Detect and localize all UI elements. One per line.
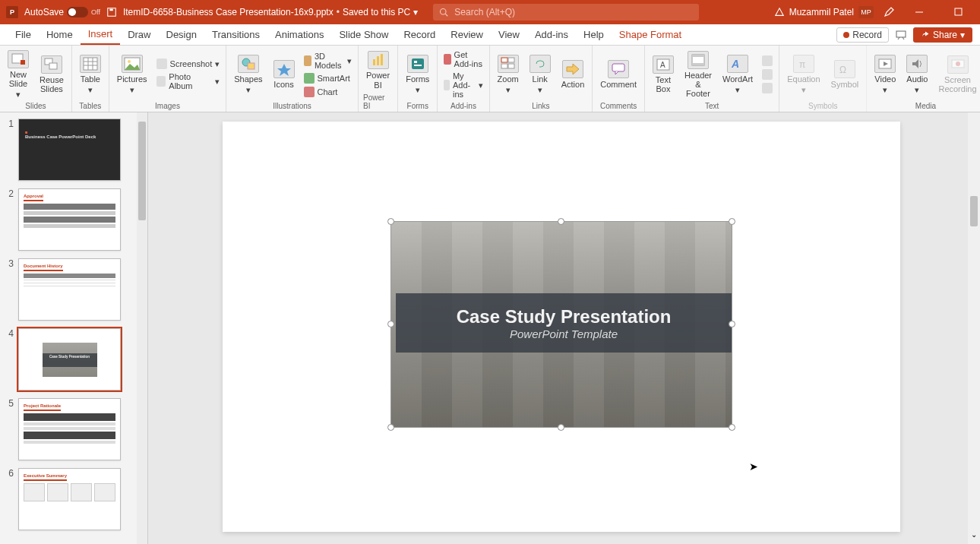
user-account[interactable]: Muzammil Patel MP [774, 6, 874, 18]
scrollbar-handle[interactable] [138, 122, 146, 220]
resize-handle[interactable] [729, 218, 735, 225]
ribbon-group-slides: New Slide▾ Reuse Slides Slides [0, 46, 72, 112]
svg-rect-25 [412, 59, 424, 69]
table-button[interactable]: Table▾ [77, 53, 104, 96]
screen-recording-button[interactable]: Screen Recording [935, 54, 979, 95]
slide-thumbnail[interactable]: 3 Document History [0, 252, 147, 322]
slide-thumbnail[interactable]: 2 Approval [0, 182, 147, 252]
equation-icon: π [793, 55, 814, 73]
tab-record[interactable]: Record [396, 24, 443, 45]
link-button[interactable]: Link▾ [526, 53, 554, 96]
maximize-button[interactable] [944, 0, 974, 24]
pictures-button[interactable]: Pictures▾ [114, 53, 150, 96]
tab-file[interactable]: File [8, 24, 39, 45]
textbox-button[interactable]: AText Box [650, 54, 677, 95]
date-time-button[interactable] [760, 55, 774, 67]
shapes-icon [238, 55, 259, 73]
slide-canvas[interactable]: Case Study Presentation PowerPoint Templ… [148, 112, 980, 544]
tab-draw[interactable]: Draw [120, 24, 158, 45]
svg-rect-1 [109, 9, 112, 11]
wordart-button[interactable]: AWordArt▾ [719, 53, 756, 96]
forms-button[interactable]: Forms▾ [403, 53, 432, 96]
zoom-button[interactable]: Zoom▾ [495, 53, 522, 96]
symbol-button[interactable]: ΩSymbol [828, 59, 862, 90]
tab-view[interactable]: View [491, 24, 527, 45]
selected-image-object[interactable]: Case Study Presentation PowerPoint Templ… [391, 222, 732, 427]
smartart-button[interactable]: SmartArt [302, 72, 353, 84]
canvas-scrollbar[interactable]: ⌄ [968, 112, 980, 544]
svg-rect-32 [612, 64, 624, 71]
resize-handle[interactable] [729, 424, 735, 431]
toggle-switch[interactable] [67, 7, 88, 17]
slide[interactable]: Case Study Presentation PowerPoint Templ… [223, 122, 900, 532]
reuse-slides-button[interactable]: Reuse Slides [36, 54, 67, 95]
tab-home[interactable]: Home [39, 24, 81, 45]
video-icon [874, 55, 896, 73]
video-button[interactable]: Video▾ [871, 53, 899, 96]
header-footer-button[interactable]: Header & Footer [681, 49, 715, 100]
chart-button[interactable]: Chart [302, 86, 353, 98]
link-icon [530, 55, 551, 73]
chart-icon [304, 87, 315, 97]
icons-button[interactable]: Icons [270, 59, 298, 90]
filename[interactable]: ItemID-6658-Business Case Presentation-1… [123, 7, 418, 17]
slide-thumbnail[interactable]: 1 ■Business Case PowerPoint Deck [0, 112, 147, 182]
slide-thumbnail[interactable]: 5 Project Rationale [0, 392, 147, 462]
resize-handle[interactable] [558, 218, 564, 225]
image-caption-band: Case Study Presentation PowerPoint Templ… [396, 293, 732, 353]
svg-text:A: A [731, 58, 739, 70]
slide-thumbnails-panel: 1 ■Business Case PowerPoint Deck 2 Appro… [0, 112, 148, 544]
number-icon [762, 69, 773, 80]
svg-rect-26 [414, 61, 417, 63]
tab-animations[interactable]: Animations [267, 24, 331, 45]
search-input[interactable]: Search (Alt+Q) [433, 4, 699, 21]
audio-button[interactable]: Audio▾ [903, 53, 931, 96]
comment-button[interactable]: Comment [597, 59, 640, 90]
present-icon[interactable] [895, 29, 907, 41]
3d-models-button[interactable]: 3D Models▾ [302, 51, 353, 71]
tab-addins[interactable]: Add-ins [527, 24, 576, 45]
svg-rect-36 [692, 55, 704, 57]
shapes-button[interactable]: Shapes▾ [231, 53, 265, 96]
record-button[interactable]: Record [836, 27, 889, 43]
scroll-down-icon[interactable]: ⌄ [968, 530, 980, 542]
my-addins-button[interactable]: My Add-ins▾ [442, 71, 484, 100]
autosave-toggle[interactable]: AutoSave Off [24, 7, 100, 17]
object-button[interactable] [760, 82, 774, 94]
tab-review[interactable]: Review [443, 24, 491, 45]
ribbon-group-images: Pictures▾ Screenshot▾ Photo Album▾ Image… [109, 46, 226, 112]
screenshot-button[interactable]: Screenshot▾ [155, 58, 222, 70]
get-addins-button[interactable]: Get Add-ins [442, 49, 484, 69]
ribbon-group-links: Zoom▾ Link▾ Action Links [490, 46, 593, 112]
autosave-state: Off [91, 8, 100, 16]
save-icon[interactable] [106, 7, 117, 17]
photo-album-button[interactable]: Photo Album▾ [155, 71, 222, 91]
minimize-button[interactable] [904, 0, 934, 24]
svg-rect-37 [692, 63, 704, 65]
slide-number-button[interactable] [760, 68, 774, 81]
powerbi-button[interactable]: Power BI [363, 49, 393, 90]
resize-handle[interactable] [558, 424, 564, 431]
tab-help[interactable]: Help [576, 24, 612, 45]
thumbnails-scrollbar[interactable] [137, 112, 147, 544]
resize-handle[interactable] [387, 218, 394, 225]
tab-transitions[interactable]: Transitions [204, 24, 267, 45]
resize-handle[interactable] [387, 321, 394, 327]
tab-slide-show[interactable]: Slide Show [331, 24, 396, 45]
reuse-slides-icon [41, 55, 62, 74]
tab-design[interactable]: Design [159, 24, 204, 45]
slide-thumbnail[interactable]: 6 Executive Summary [0, 462, 147, 532]
tab-shape-format[interactable]: Shape Format [612, 24, 689, 45]
ribbon-group-illustrations: Shapes▾ Icons 3D Models▾ SmartArt Chart … [226, 46, 359, 112]
resize-handle[interactable] [387, 424, 394, 431]
pen-icon[interactable] [883, 6, 895, 18]
share-button[interactable]: Share▾ [913, 27, 972, 43]
new-slide-button[interactable]: New Slide▾ [5, 49, 32, 100]
tab-insert[interactable]: Insert [81, 24, 121, 45]
resize-handle[interactable] [729, 321, 735, 327]
scrollbar-handle[interactable] [970, 196, 978, 226]
action-button[interactable]: Action [558, 59, 588, 90]
inserted-image[interactable]: Case Study Presentation PowerPoint Templ… [391, 222, 732, 427]
equation-button[interactable]: πEquation▾ [784, 53, 823, 96]
slide-thumbnail[interactable]: 4 Case Study Presentation [0, 322, 147, 392]
